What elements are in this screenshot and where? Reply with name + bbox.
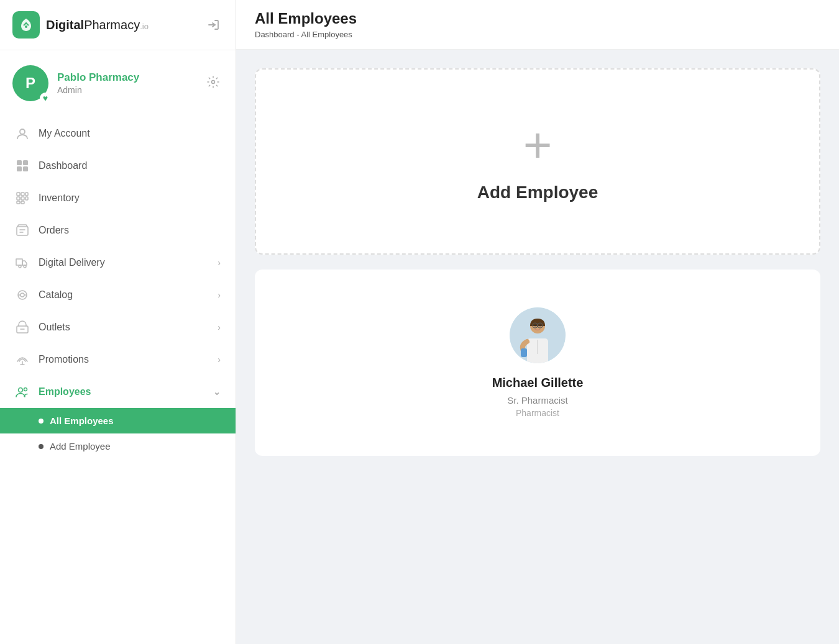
user-name: Pablo Pharmacy [57, 71, 195, 84]
logo-icon [12, 11, 40, 39]
svg-rect-15 [21, 201, 24, 204]
user-role: Admin [57, 85, 195, 95]
sidebar-sub-item-all-employees[interactable]: All Employees [0, 408, 236, 433]
employee-department: Pharmacist [516, 408, 559, 418]
bullet-icon [39, 444, 44, 449]
breadcrumb: Dashboard - All Employees [255, 30, 820, 39]
employee-title: Sr. Pharmacist [507, 395, 568, 406]
chevron-right-icon: › [218, 258, 221, 268]
sidebar-item-catalog[interactable]: Catalog › [0, 279, 236, 311]
sidebar-item-label: Catalog [39, 289, 73, 301]
outlets-icon [15, 320, 30, 335]
svg-rect-40 [521, 348, 527, 357]
employee-name: Michael Gillette [492, 376, 584, 390]
sidebar-sub-item-add-employee[interactable]: Add Employee [0, 433, 236, 459]
avatar: P [12, 65, 48, 101]
svg-point-22 [21, 293, 24, 297]
breadcrumb-home: Dashboard [255, 30, 295, 39]
logout-button[interactable] [203, 15, 223, 35]
grid-icon [15, 158, 30, 173]
orders-icon [15, 223, 30, 238]
sidebar-item-label: Inventory [39, 193, 80, 204]
nav-section: My Account Dashboard [0, 112, 236, 644]
sidebar-item-inventory[interactable]: Inventory [0, 182, 236, 214]
sidebar-item-my-account[interactable]: My Account [0, 117, 236, 150]
sidebar-item-digital-delivery[interactable]: Digital Delivery › [0, 247, 236, 279]
svg-rect-9 [21, 193, 24, 196]
svg-point-30 [24, 388, 27, 391]
svg-rect-6 [17, 166, 22, 171]
sidebar-item-label: Digital Delivery [39, 257, 105, 268]
delivery-icon [15, 255, 30, 270]
logo-text: DigitalPharmacy.io [46, 18, 149, 32]
add-employee-card[interactable]: + Add Employee [255, 68, 820, 255]
svg-point-0 [25, 25, 27, 28]
chevron-right-icon: › [218, 322, 221, 332]
svg-rect-14 [17, 201, 20, 204]
svg-rect-4 [17, 160, 22, 165]
employees-icon [15, 384, 30, 399]
person-icon [15, 126, 30, 141]
svg-point-2 [212, 80, 215, 83]
svg-rect-7 [23, 166, 28, 171]
user-info: Pablo Pharmacy Admin [57, 71, 195, 95]
sidebar-item-orders[interactable]: Orders [0, 214, 236, 247]
sidebar-item-employees[interactable]: Employees ⌄ [0, 376, 236, 408]
sidebar-item-label: My Account [39, 128, 90, 139]
add-icon: + [523, 120, 552, 170]
top-bar: All Employees Dashboard - All Employees [236, 0, 839, 50]
svg-rect-16 [17, 227, 28, 235]
inventory-icon [15, 191, 30, 206]
sub-item-label: All Employees [50, 415, 114, 426]
employee-card[interactable]: Michael Gillette Sr. Pharmacist Pharmaci… [255, 270, 820, 456]
sidebar: DigitalPharmacy.io P Pablo Pharmacy Admi… [0, 0, 236, 644]
add-employee-label: Add Employee [477, 183, 598, 202]
sidebar-item-label: Orders [39, 225, 69, 236]
user-profile: P Pablo Pharmacy Admin [0, 50, 236, 112]
main-content: All Employees Dashboard - All Employees … [236, 0, 839, 644]
sidebar-item-label: Dashboard [39, 160, 87, 171]
chevron-down-icon: ⌄ [213, 387, 221, 397]
settings-icon[interactable] [203, 72, 223, 95]
sidebar-header: DigitalPharmacy.io [0, 0, 236, 50]
content-area: + Add Employee [236, 50, 839, 644]
chevron-right-icon: › [218, 355, 221, 365]
svg-rect-5 [23, 160, 28, 165]
svg-point-34 [534, 325, 536, 327]
sidebar-item-label: Outlets [39, 322, 70, 333]
svg-rect-10 [25, 193, 28, 196]
svg-rect-8 [17, 193, 20, 196]
catalog-icon [15, 288, 30, 302]
sub-item-label: Add Employee [50, 441, 111, 451]
bullet-icon [39, 419, 44, 424]
page-title: All Employees [255, 10, 820, 27]
svg-rect-11 [17, 197, 20, 200]
promotions-icon [15, 352, 30, 367]
svg-rect-13 [25, 197, 28, 200]
svg-point-3 [20, 129, 25, 134]
sidebar-item-dashboard[interactable]: Dashboard [0, 150, 236, 182]
breadcrumb-current: All Employees [301, 30, 352, 39]
sidebar-item-outlets[interactable]: Outlets › [0, 311, 236, 343]
employee-avatar [510, 307, 566, 363]
chevron-right-icon: › [218, 290, 221, 300]
sidebar-item-label: Employees [39, 386, 91, 397]
svg-rect-12 [21, 197, 24, 200]
sidebar-item-promotions[interactable]: Promotions › [0, 343, 236, 376]
svg-point-35 [539, 325, 541, 327]
sidebar-item-label: Promotions [39, 354, 89, 365]
svg-point-29 [19, 388, 23, 392]
